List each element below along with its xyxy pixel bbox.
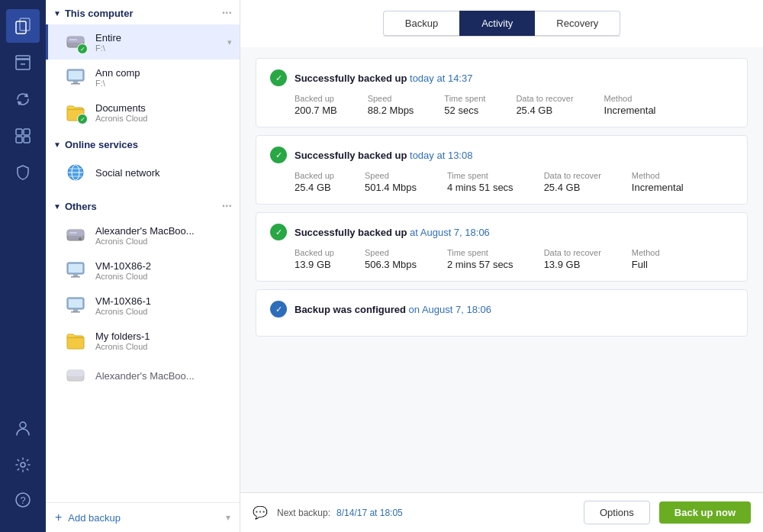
stat-method-3: Method Full <box>632 248 660 270</box>
svg-rect-18 <box>69 71 82 79</box>
sidebar-item-ann-comp[interactable]: Ann comp F:\ <box>46 60 240 95</box>
sidebar-item-alexander-macbook[interactable]: Alexander's MacBoo... Acronis Cloud <box>46 218 240 253</box>
nav-icon-person[interactable] <box>6 411 40 445</box>
status-icon-success-3: ✓ <box>270 224 287 240</box>
nav-icon-help[interactable]: ? <box>6 483 40 517</box>
stat-backed-up-2: Backed up 25.4 GB <box>295 171 334 193</box>
svg-text:?: ? <box>20 495 25 506</box>
svg-rect-35 <box>69 299 82 308</box>
status-icon-success-2: ✓ <box>270 147 287 163</box>
item-icon-social-network <box>63 160 88 185</box>
stat-speed-2: Speed 501.4 Mbps <box>365 171 417 193</box>
item-text-documents: Documents Acronis Cloud <box>95 102 147 123</box>
footer-bar: 💬 Next backup: 8/14/17 at 18:05 Options … <box>240 492 763 532</box>
svg-rect-8 <box>24 137 30 143</box>
svg-rect-31 <box>69 264 82 272</box>
item-icon-alexander-macbook <box>63 223 88 247</box>
add-backup-footer[interactable]: + Add backup ▾ <box>46 502 240 532</box>
nav-icon-sync[interactable] <box>6 82 40 116</box>
section-title-online-services: Online services <box>65 139 232 150</box>
item-text-social-network: Social network <box>95 167 160 179</box>
stat-speed-1: Speed 88.2 Mbps <box>368 94 414 116</box>
tab-bar: Backup Activity Recovery <box>383 0 620 37</box>
expand-arrow-entire[interactable]: ▾ <box>227 37 232 47</box>
stat-data-recover-1: Data to recover 25.4 GB <box>516 94 573 116</box>
item-icon-alexander-macbook-2 <box>63 363 88 388</box>
nav-icon-gear[interactable] <box>6 448 40 482</box>
activity-card-1-header: ✓ Successfully backed up today at 14:37 <box>270 69 733 86</box>
sidebar-item-entire[interactable]: ✓ Entire F:\ ▾ <box>46 24 240 60</box>
options-button[interactable]: Options <box>584 501 650 524</box>
stat-method-2: Method Incremental <box>632 171 684 193</box>
sidebar-item-documents[interactable]: ✓ Documents Acronis Cloud <box>46 95 240 130</box>
section-online-services[interactable]: ▼ Online services <box>46 133 240 155</box>
activity-card-3-header: ✓ Successfully backed up at August 7, 18… <box>270 224 733 240</box>
tab-backup[interactable]: Backup <box>383 11 459 36</box>
chat-icon: 💬 <box>253 505 268 520</box>
section-menu-this-computer[interactable]: ··· <box>222 6 232 20</box>
nav-rail: ? <box>0 0 46 532</box>
item-icon-my-folders-1 <box>63 328 88 353</box>
svg-rect-0 <box>20 18 30 31</box>
svg-rect-6 <box>24 129 30 135</box>
svg-rect-37 <box>71 311 80 313</box>
stat-data-recover-3: Data to recover 13.9 GB <box>544 248 601 270</box>
activity-card-1: ✓ Successfully backed up today at 14:37 … <box>256 58 748 127</box>
item-icon-vm-10x86-2 <box>63 258 88 282</box>
backup-now-button[interactable]: Back up now <box>659 501 751 524</box>
activity-title-3: Successfully backed up at August 7, 18:0… <box>295 227 490 238</box>
sidebar-scroll: ▼ This computer ··· ✓ Entire F:\ ▾ <box>46 0 240 502</box>
svg-rect-39 <box>67 370 84 376</box>
section-this-computer[interactable]: ▼ This computer ··· <box>46 0 240 24</box>
activity-title-1: Successfully backed up today at 14:37 <box>295 73 472 84</box>
add-backup-label: Add backup <box>68 512 121 524</box>
nav-icon-archive[interactable] <box>6 46 40 79</box>
svg-rect-29 <box>69 232 77 234</box>
svg-rect-32 <box>73 274 78 276</box>
tab-recovery[interactable]: Recovery <box>535 11 620 36</box>
item-text-alexander-macbook: Alexander's MacBoo... Acronis Cloud <box>95 225 195 246</box>
svg-point-28 <box>79 237 82 240</box>
section-menu-others[interactable]: ··· <box>222 199 232 213</box>
sidebar: ▼ This computer ··· ✓ Entire F:\ ▾ <box>46 0 240 532</box>
activity-card-2-header: ✓ Successfully backed up today at 13:08 <box>270 147 733 163</box>
svg-point-10 <box>21 463 25 467</box>
item-text-ann-comp: Ann comp F:\ <box>95 67 140 88</box>
sidebar-item-my-folders-1[interactable]: My folders-1 Acronis Cloud <box>46 323 240 358</box>
sidebar-item-vm-10x86-1[interactable]: VM-10X86-1 Acronis Cloud <box>46 288 240 323</box>
nav-icon-copy[interactable] <box>6 9 40 43</box>
item-text-my-folders-1: My folders-1 Acronis Cloud <box>95 330 150 351</box>
tab-activity[interactable]: Activity <box>459 11 535 36</box>
stat-data-recover-2: Data to recover 25.4 GB <box>544 171 601 193</box>
activity-list: ✓ Successfully backed up today at 14:37 … <box>240 47 763 492</box>
stat-time-3: Time spent 2 mins 57 secs <box>447 248 513 270</box>
activity-stats-2: Backed up 25.4 GB Speed 501.4 Mbps Time … <box>270 171 733 193</box>
chevron-online-services: ▼ <box>53 140 61 149</box>
sidebar-item-social-network[interactable]: Social network <box>46 155 240 190</box>
section-title-others: Others <box>65 201 222 212</box>
svg-point-9 <box>20 422 26 428</box>
next-backup-time: 8/14/17 at 18:05 <box>336 508 403 518</box>
item-text-vm-10x86-2: VM-10X86-2 Acronis Cloud <box>95 260 151 281</box>
activity-stats-3: Backed up 13.9 GB Speed 506.3 Mbps Time … <box>270 248 733 270</box>
nav-icon-shield[interactable] <box>6 156 40 189</box>
status-check-documents: ✓ <box>77 114 88 124</box>
section-others[interactable]: ▼ Others ··· <box>46 193 240 218</box>
add-backup-dropdown-icon[interactable]: ▾ <box>226 512 230 523</box>
activity-title-4: Backup was configured on August 7, 18:06 <box>295 304 491 315</box>
sidebar-item-alexander-macbook-2[interactable]: Alexander's MacBoo... <box>46 358 240 393</box>
activity-card-3: ✓ Successfully backed up at August 7, 18… <box>256 212 748 282</box>
svg-rect-33 <box>71 276 80 278</box>
activity-card-4-header: ✓ Backup was configured on August 7, 18:… <box>270 301 733 318</box>
item-icon-ann-comp <box>63 65 88 89</box>
stat-time-1: Time spent 52 secs <box>444 94 485 116</box>
nav-icon-apps[interactable] <box>6 119 40 153</box>
status-icon-success-1: ✓ <box>270 69 287 86</box>
sidebar-item-vm-10x86-2[interactable]: VM-10X86-2 Acronis Cloud <box>46 253 240 288</box>
svg-rect-16 <box>69 39 77 40</box>
item-icon-vm-10x86-1 <box>63 293 88 318</box>
item-text-entire: Entire F:\ <box>95 32 121 53</box>
tab-bar-wrapper: Backup Activity Recovery <box>240 0 763 47</box>
stat-method-1: Method Incremental <box>604 94 656 116</box>
chevron-this-computer: ▼ <box>53 9 61 18</box>
